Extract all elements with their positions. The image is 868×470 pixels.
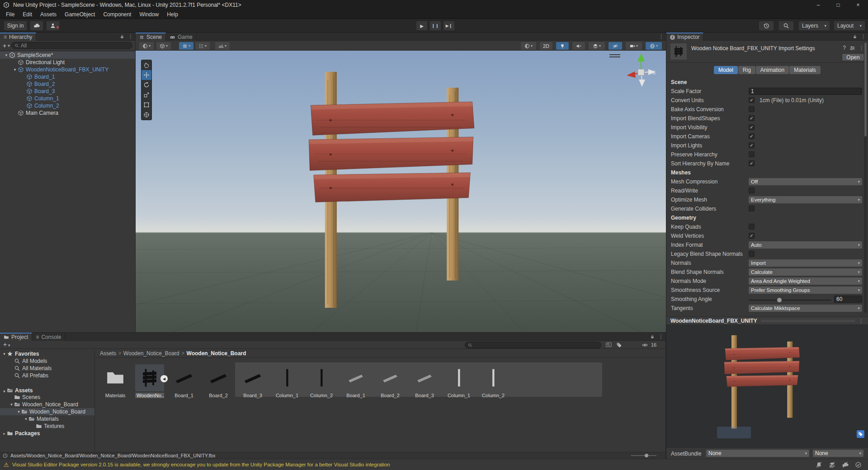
undo-history-button[interactable] [759, 21, 774, 31]
asset-column-2[interactable]: Column_2 [479, 364, 508, 398]
asset-column-1[interactable]: Column_1 [273, 364, 302, 398]
project-tree-item-wooden-notice-board[interactable]: ▼Wooden_Notice_Board [0, 408, 94, 415]
slider-value-field[interactable]: 60 [834, 296, 862, 303]
draw-mode-dropdown[interactable]: ▾ [139, 42, 154, 50]
hierarchy-item-board-2[interactable]: Board_2 [0, 80, 135, 88]
slider-track-smoothing-angle[interactable] [749, 300, 831, 301]
hierarchy-item-column-2[interactable]: Column_2 [0, 102, 135, 109]
grid-visibility-dropdown[interactable]: ▾ [179, 42, 193, 50]
menu-window[interactable]: Window [135, 10, 163, 19]
asset-board-3[interactable]: Board_3 [410, 364, 439, 398]
rotate-tool-button[interactable] [142, 80, 151, 90]
cloud-services-button[interactable] [30, 21, 43, 31]
play-button[interactable]: ▶ [416, 21, 428, 31]
asset-board-1[interactable]: Board_1 [170, 364, 198, 398]
search-by-label-icon[interactable] [616, 342, 622, 348]
expander-icon[interactable]: ▼ [9, 403, 14, 407]
project-tree-item-materials[interactable]: ▼Materials [0, 415, 94, 423]
checkbox-read-write[interactable] [749, 188, 755, 193]
lock-icon[interactable] [120, 34, 124, 39]
help-icon[interactable]: ? [843, 45, 846, 51]
breadcrumb-segment-wooden-notice-board[interactable]: Wooden_Notice_Board [123, 350, 179, 357]
checkbox-generate-colliders[interactable] [749, 206, 755, 212]
assetbundle-variant-dropdown[interactable]: None ▾ [813, 450, 863, 457]
create-asset-dropdown-icon[interactable]: ▾ [8, 343, 10, 348]
snap-settings-dropdown[interactable]: ▾ [195, 42, 210, 50]
open-button[interactable]: Open [842, 53, 864, 61]
project-tree-item-packages[interactable]: ▸Packages [0, 430, 94, 437]
debug-draw-dropdown[interactable]: ▾ [156, 42, 171, 50]
project-tree-item-assets[interactable]: ▼Assets [0, 379, 94, 394]
tab-console[interactable]: ≡ Console [32, 333, 65, 341]
tab-hierarchy[interactable]: ≡ Hierarchy [0, 33, 36, 41]
project-tree-item-all-materials[interactable]: All Materials [0, 365, 94, 372]
increment-snap-dropdown[interactable]: ▾ [215, 42, 230, 50]
tab-animation[interactable]: Animation [756, 66, 789, 74]
project-tree-item-textures[interactable]: Textures [0, 423, 94, 430]
search-by-type-icon[interactable] [606, 342, 612, 348]
checkbox-bake-axis-conversion[interactable] [749, 106, 755, 112]
create-asset-button[interactable]: + [3, 341, 7, 348]
expander-icon[interactable]: ▼ [12, 68, 18, 72]
scene-viewport[interactable] [136, 51, 666, 332]
scene-visibility-button[interactable] [609, 42, 622, 50]
asset-preview[interactable] [666, 325, 868, 447]
asset-materials[interactable]: Materials [101, 364, 130, 398]
checkbox-import-blendshapes[interactable]: ✓ [749, 115, 755, 121]
menu-edit[interactable]: Edit [19, 10, 36, 19]
effects-dropdown[interactable]: ▾ [589, 42, 605, 50]
cache-server-off-icon[interactable] [829, 461, 835, 468]
checkbox-import-lights[interactable]: ✓ [749, 142, 755, 148]
hierarchy-search-input[interactable]: All [11, 42, 132, 49]
scale-tool-button[interactable] [142, 90, 151, 100]
project-tree-item-scenes[interactable]: Scenes [0, 394, 94, 401]
create-button[interactable]: + [3, 42, 6, 49]
scene-audio-button[interactable] [572, 42, 585, 50]
breadcrumb-segment-assets[interactable]: Assets [100, 350, 116, 357]
presets-icon[interactable] [849, 45, 855, 51]
layers-dropdown[interactable]: Layers ▾ [798, 21, 830, 31]
expander-icon[interactable]: ▸ [2, 432, 7, 436]
tab-inspector[interactable]: i Inspector [666, 33, 703, 41]
transform-tool-button[interactable] [142, 110, 151, 120]
2d-mode-button[interactable]: 2D [540, 42, 552, 50]
project-tree-item-wooden-notice-board[interactable]: ▼Wooden_Notice_Board [0, 401, 94, 408]
asset-labels-button[interactable] [857, 430, 864, 438]
x-axis-cone[interactable] [627, 71, 636, 78]
expander-icon[interactable]: ▼ [2, 352, 7, 356]
scene-lighting-button[interactable] [556, 42, 569, 50]
close-button[interactable]: × [848, 0, 868, 10]
tab-rig[interactable]: Rig [738, 66, 755, 74]
slider-knob[interactable] [777, 298, 782, 302]
project-tree-item-all-models[interactable]: All Models [0, 357, 94, 365]
tab-materials[interactable]: Materials [789, 66, 821, 74]
dropdown-blend-shape-normals[interactable]: Calculate▾ [749, 268, 862, 276]
collab-button[interactable]: × [46, 21, 60, 31]
minimize-button[interactable]: – [808, 0, 828, 10]
project-search-input[interactable] [465, 342, 601, 348]
preview-drag-handle[interactable] [761, 320, 855, 322]
create-dropdown-icon[interactable]: ▾ [8, 43, 10, 48]
tab-model[interactable]: Model [714, 66, 738, 74]
expander-icon[interactable]: ▼ [24, 417, 28, 421]
menu-gameobject[interactable]: GameObject [61, 10, 99, 19]
asset-board-2[interactable]: Board_2 [376, 364, 405, 398]
dropdown-mesh-compression[interactable]: Off▾ [749, 178, 862, 185]
hierarchy-item-board-3[interactable]: Board_3 [0, 88, 135, 95]
thumbnail-size-slider[interactable] [631, 455, 656, 456]
expander-icon[interactable]: ▼ [4, 53, 9, 57]
down-axis-cone[interactable] [639, 80, 645, 87]
asset-column-2[interactable]: Column_2 [307, 364, 336, 398]
asset-column-1[interactable]: Column_1 [444, 364, 473, 398]
hierarchy-item-samplescene[interactable]: ▼SampleScene* [0, 52, 135, 59]
slider-knob[interactable] [645, 454, 648, 457]
asset-woodenno[interactable]: WoodenNo...◀ [135, 364, 164, 398]
inspector-scrollbar[interactable] [864, 42, 867, 313]
hierarchy-item-woodennoticeboard-fbx-unity[interactable]: ▼WoodenNoticeBoard_FBX_UNITY [0, 66, 135, 73]
project-tree-item-favorites[interactable]: ▼Favorites [0, 350, 94, 357]
sign-in-button[interactable]: Sign in [4, 21, 27, 31]
expander-icon[interactable]: ▼ [2, 390, 7, 394]
preview-menu-icon[interactable]: ⋮ [859, 318, 864, 324]
dropdown-index-format[interactable]: Auto▾ [749, 241, 862, 249]
asset-board-2[interactable]: Board_2 [204, 364, 233, 398]
